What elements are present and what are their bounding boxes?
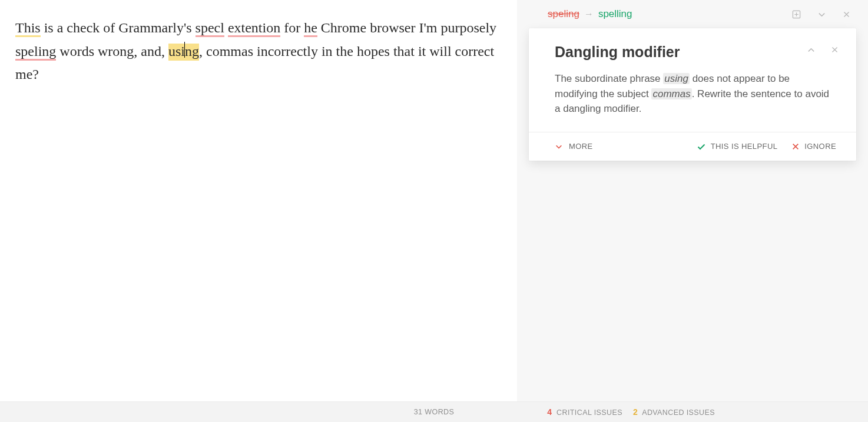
editor-text: is a check of Grammarly's bbox=[41, 20, 196, 35]
ignore-button[interactable]: IGNORE bbox=[791, 142, 836, 151]
highlight-keyword: commas bbox=[651, 88, 691, 99]
flag-word-this[interactable]: This bbox=[15, 20, 41, 37]
card-title: Dangling modifier bbox=[555, 44, 807, 61]
flag-word-he[interactable]: he bbox=[304, 20, 317, 37]
more-button[interactable]: MORE bbox=[555, 142, 593, 151]
flag-word-extention[interactable]: extention bbox=[228, 20, 280, 37]
collapse-icon[interactable] bbox=[807, 46, 816, 55]
suggestions-panel: speling → spelling Dangling modifier bbox=[517, 0, 868, 401]
highlight-keyword: using bbox=[663, 73, 690, 84]
editor-text: words wrong, and, bbox=[56, 44, 168, 59]
critical-count: 4 bbox=[547, 407, 552, 417]
word-count[interactable]: 31 WORDS bbox=[414, 408, 455, 416]
advanced-label: ADVANCED ISSUES bbox=[642, 408, 715, 417]
editor-text: usi bbox=[168, 44, 185, 59]
collapsed-suggestion[interactable]: speling → spelling bbox=[529, 0, 856, 28]
helpful-label: THIS IS HELPFUL bbox=[711, 142, 778, 151]
dismiss-icon[interactable] bbox=[843, 11, 850, 18]
chevron-down-icon bbox=[555, 142, 563, 151]
editor-text: for bbox=[280, 20, 304, 35]
add-to-dictionary-icon[interactable] bbox=[792, 10, 801, 19]
advanced-issues-button[interactable]: 2 ADVANCED ISSUES bbox=[633, 407, 715, 417]
x-icon bbox=[791, 142, 800, 151]
critical-issues-button[interactable]: 4 CRITICAL ISSUES bbox=[547, 407, 622, 417]
more-label: MORE bbox=[569, 142, 593, 151]
helpful-button[interactable]: THIS IS HELPFUL bbox=[697, 142, 778, 151]
card-description: The subordinate phrase using does not ap… bbox=[529, 61, 856, 132]
flag-word-using[interactable]: using bbox=[168, 44, 199, 61]
flag-word-specl[interactable]: specl bbox=[196, 20, 224, 37]
expand-icon[interactable] bbox=[817, 10, 826, 19]
editor-text: ng bbox=[185, 44, 199, 59]
advanced-count: 2 bbox=[633, 407, 638, 417]
editor-text: Chrome browser I'm purposely bbox=[317, 20, 496, 35]
close-icon[interactable] bbox=[831, 46, 839, 55]
ignore-label: IGNORE bbox=[804, 142, 836, 151]
status-bar: 31 WORDS 4 CRITICAL ISSUES 2 ADVANCED IS… bbox=[0, 401, 868, 422]
check-icon bbox=[697, 142, 706, 151]
editor-area[interactable]: This is a check of Grammarly's specl ext… bbox=[0, 0, 517, 401]
editor-text bbox=[224, 20, 228, 35]
critical-label: CRITICAL ISSUES bbox=[556, 408, 622, 417]
flag-word-speling[interactable]: speling bbox=[15, 44, 56, 61]
card-text: The subordinate phrase bbox=[555, 73, 663, 84]
arrow-right-icon: → bbox=[584, 9, 594, 19]
corrected-word: spelling bbox=[598, 8, 632, 20]
original-word: speling bbox=[548, 8, 579, 20]
suggestion-card: Dangling modifier The subordinate phrase… bbox=[529, 28, 856, 161]
